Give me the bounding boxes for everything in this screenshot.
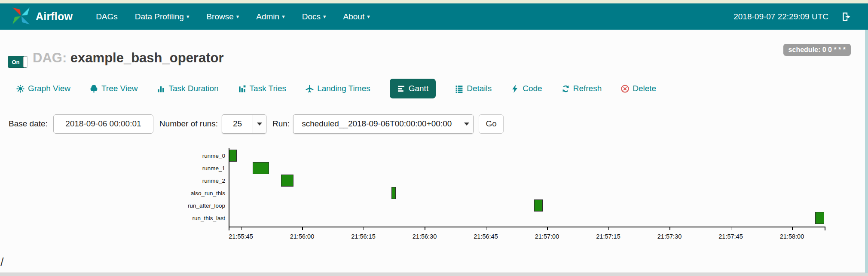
nav-item-dags[interactable]: DAGs [87, 12, 126, 21]
task-duration-icon [157, 85, 165, 93]
task-label-runme_0: runme_0 [139, 152, 225, 159]
tab-task-tries[interactable]: Task Tries [238, 84, 287, 93]
x-axis-tick [669, 227, 670, 230]
code-icon [511, 85, 519, 93]
navbar-menu: DAGs Data Profiling▾ Browse▾ Admin▾ Docs… [87, 12, 379, 21]
x-axis-tick [792, 227, 793, 230]
gantt-icon [397, 85, 405, 93]
utc-clock: 2018-09-07 22:29:09 UTC [734, 12, 828, 21]
x-axis-tick-label: 21:57:15 [585, 233, 632, 240]
toggle-knob [23, 56, 28, 67]
top-strip [0, 0, 868, 3]
view-tabs: Graph View Tree View Task Duration Task … [16, 77, 656, 100]
x-axis-tick [731, 227, 732, 230]
dropdown-caret-icon [253, 115, 266, 133]
x-axis-tick-label: 21:56:45 [462, 233, 510, 240]
caret-down-icon: ▾ [367, 13, 370, 20]
gantt-bar-also_run_this[interactable] [391, 187, 396, 199]
navbar: Airflow DAGs Data Profiling▾ Browse▾ Adm… [0, 3, 868, 30]
tab-code[interactable]: Code [511, 84, 542, 93]
task-tries-icon [238, 85, 246, 93]
base-date-label: Base date: [9, 119, 48, 129]
gantt-chart: runme_0runme_1runme_2also_run_thisrun_af… [0, 146, 868, 249]
x-axis-tick-label: 21:58:00 [768, 233, 816, 240]
x-axis-tick [486, 227, 487, 230]
tab-details[interactable]: Details [455, 84, 492, 93]
x-axis-tick-label: 21:56:15 [340, 233, 387, 240]
gantt-bar-run_this_last[interactable] [815, 212, 824, 224]
x-axis-tick-label: 21:57:45 [707, 233, 755, 240]
caret-down-icon: ▾ [186, 13, 189, 20]
caret-down-icon: ▾ [323, 13, 326, 20]
dag-title-prefix: DAG: [33, 50, 67, 65]
x-axis-tick-label: 21:56:30 [401, 233, 448, 240]
tab-gantt[interactable]: Gantt [390, 79, 436, 98]
gantt-bar-runme_1[interactable] [253, 162, 269, 174]
x-axis-tick [364, 227, 364, 230]
tab-refresh[interactable]: Refresh [562, 84, 602, 93]
delete-icon [621, 85, 629, 93]
gantt-filter-form: Base date: Number of runs: 25 Run: sched… [9, 113, 504, 134]
nav-item-admin[interactable]: Admin▾ [248, 12, 293, 21]
tab-landing-times[interactable]: Landing Times [306, 84, 370, 93]
x-axis-tick [425, 227, 425, 230]
y-axis-line [229, 148, 229, 227]
right-edge-strip [865, 30, 868, 273]
x-axis-tick-label: 21:57:00 [523, 233, 571, 240]
x-axis-tick-label: 21:55:45 [217, 233, 265, 240]
dag-id: example_bash_operator [70, 50, 224, 65]
run-label: Run: [272, 119, 290, 129]
x-axis-tick [608, 227, 609, 230]
dropdown-caret-icon [460, 115, 473, 133]
nav-item-docs[interactable]: Docs▾ [293, 12, 335, 21]
gantt-bar-runme_0[interactable] [229, 150, 237, 162]
x-axis-end-tick-1 [825, 227, 825, 230]
navbar-brand[interactable]: Airflow [11, 6, 73, 28]
refresh-icon [562, 85, 570, 93]
nav-item-browse[interactable]: Browse▾ [198, 12, 248, 21]
airflow-pinwheel-logo-icon [11, 6, 31, 28]
num-runs-select[interactable]: 25 [222, 114, 266, 134]
page-title: DAG: example_bash_operator [33, 50, 224, 66]
task-label-runme_1: runme_1 [139, 165, 225, 172]
logout-icon[interactable] [841, 12, 852, 22]
caret-down-icon: ▾ [236, 13, 239, 20]
nav-item-about[interactable]: About▾ [335, 12, 379, 21]
brand-name: Airflow [36, 10, 73, 23]
task-label-run_this_last: run_this_last [139, 215, 225, 222]
footer-path-text: / [0, 256, 4, 269]
toggle-on-label: On [8, 59, 23, 65]
gantt-bar-runme_2[interactable] [281, 175, 293, 187]
bottom-strip [0, 273, 868, 276]
base-date-input[interactable] [53, 114, 153, 134]
go-button[interactable]: Go [479, 114, 504, 134]
x-axis-tick [547, 227, 548, 230]
nav-item-data-profiling[interactable]: Data Profiling▾ [126, 12, 198, 21]
tab-tree-view[interactable]: Tree View [90, 84, 138, 93]
tab-graph-view[interactable]: Graph View [16, 84, 70, 93]
task-label-runme_2: runme_2 [139, 177, 225, 184]
gantt-bar-run_after_loop[interactable] [534, 199, 543, 212]
navbar-right: 2018-09-07 22:29:09 UTC [734, 12, 857, 22]
tab-task-duration[interactable]: Task Duration [157, 84, 218, 93]
x-axis-tick [241, 227, 242, 230]
x-axis-tick [302, 227, 303, 230]
run-select[interactable]: scheduled__2018-09-06T00:00:00+00:00 [293, 114, 474, 134]
tab-delete[interactable]: Delete [621, 84, 656, 93]
airflow-gantt-page: Airflow DAGs Data Profiling▾ Browse▾ Adm… [0, 0, 868, 276]
num-runs-value: 25 [222, 115, 253, 133]
x-axis-tick-label: 21:56:00 [278, 233, 326, 240]
caret-down-icon: ▾ [282, 13, 285, 20]
num-runs-label: Number of runs: [159, 119, 218, 129]
landing-times-icon [306, 85, 314, 93]
x-axis-line [229, 227, 825, 227]
run-value: scheduled__2018-09-06T00:00:00+00:00 [293, 115, 460, 133]
task-label-also_run_this: also_run_this [139, 190, 225, 197]
dag-on-off-toggle[interactable]: On [8, 56, 28, 68]
x-axis-end-tick-0 [229, 227, 229, 230]
x-axis-tick-label: 21:57:30 [646, 233, 693, 240]
tree-view-icon [90, 85, 98, 93]
details-icon [455, 85, 463, 93]
task-label-run_after_loop: run_after_loop [139, 202, 225, 209]
dag-header: On DAG: example_bash_operator schedule: … [0, 48, 868, 74]
